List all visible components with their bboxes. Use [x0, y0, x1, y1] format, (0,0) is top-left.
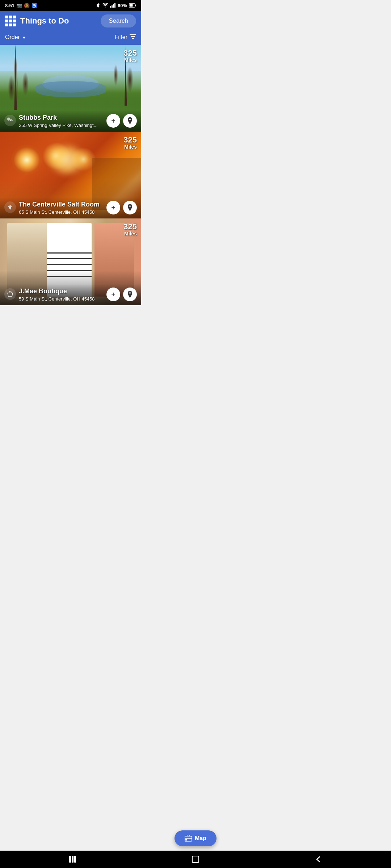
- add-button-1[interactable]: +: [106, 114, 120, 128]
- filter-button[interactable]: Filter: [114, 34, 136, 41]
- bluetooth-icon: [96, 3, 101, 8]
- card-footer-2: The Centerville Salt Room 65 S Main St, …: [0, 197, 141, 218]
- card-address-1: 255 W Spring Valley Pike, Washingt...: [19, 123, 104, 128]
- svg-point-11: [129, 292, 131, 294]
- card-name-1: Stubbs Park: [19, 114, 104, 122]
- card-address-2: 65 S Main St, Centerville, OH 45458: [19, 209, 104, 215]
- card-details-3: J.Mae Boutique 59 S Main St, Centerville…: [19, 288, 104, 302]
- order-label: Order: [5, 34, 20, 41]
- battery-icon: [129, 3, 136, 8]
- search-button[interactable]: Search: [101, 14, 136, 27]
- card-actions-2: +: [106, 201, 137, 214]
- status-right: 60%: [96, 3, 136, 8]
- notification-icon-2: 🔕: [24, 3, 30, 8]
- card-details-2: The Centerville Salt Room 65 S Main St, …: [19, 201, 104, 215]
- header-left: Things to Do: [5, 16, 69, 26]
- card-address-3: 59 S Main St, Centerville, OH 45458: [19, 296, 104, 302]
- filter-icon: [130, 34, 136, 40]
- chevron-down-icon: [22, 34, 26, 41]
- card-actions-1: +: [106, 114, 137, 128]
- wifi-icon: [102, 3, 108, 8]
- card-footer-3: J.Mae Boutique 59 S Main St, Centerville…: [0, 284, 141, 305]
- battery-level: 60%: [118, 3, 127, 8]
- location-button-3[interactable]: [123, 288, 137, 301]
- distance-badge-1: 325 Miles: [123, 49, 137, 63]
- status-time: 8:51: [5, 3, 14, 8]
- location-button-1[interactable]: [123, 114, 137, 128]
- order-button[interactable]: Order: [5, 34, 26, 41]
- toolbar: Order Filter: [0, 31, 141, 45]
- page-title: Things to Do: [20, 16, 69, 26]
- status-left: 8:51 📷 🔕 ♿: [5, 3, 37, 8]
- shop-category-icon: [4, 288, 16, 300]
- location-button-2[interactable]: [123, 201, 137, 214]
- card-boutique[interactable]: 325 Miles J.Mae Boutique 59 S Main St, C…: [0, 218, 141, 305]
- card-footer-1: Stubbs Park 255 W Spring Valley Pike, Wa…: [0, 110, 141, 132]
- card-details-1: Stubbs Park 255 W Spring Valley Pike, Wa…: [19, 114, 104, 128]
- spa-category-icon: [4, 201, 16, 213]
- add-button-3[interactable]: +: [106, 288, 120, 301]
- svg-rect-5: [135, 5, 136, 7]
- park-category-icon: [4, 115, 16, 126]
- header: Things to Do Search: [0, 11, 141, 31]
- add-button-2[interactable]: +: [106, 201, 120, 214]
- filter-label: Filter: [114, 34, 127, 41]
- status-bar: 8:51 📷 🔕 ♿: [0, 0, 141, 11]
- svg-rect-3: [114, 3, 115, 8]
- svg-rect-2: [113, 4, 114, 8]
- signal-icon: [110, 3, 116, 8]
- grid-menu-icon[interactable]: [5, 16, 16, 26]
- distance-badge-2: 325 Miles: [123, 136, 137, 150]
- svg-point-9: [129, 119, 131, 120]
- svg-rect-0: [110, 6, 111, 8]
- cards-container: 325 Miles Stubbs Park 255 W Spring Valle: [0, 45, 141, 305]
- card-salt-room[interactable]: 325 Miles The Centerville Salt Room 65 S: [0, 132, 141, 218]
- notification-icon-3: ♿: [31, 3, 37, 8]
- card-stubbs-park[interactable]: 325 Miles Stubbs Park 255 W Spring Valle: [0, 45, 141, 132]
- card-actions-3: +: [106, 288, 137, 301]
- svg-rect-6: [130, 4, 133, 7]
- card-name-3: J.Mae Boutique: [19, 288, 104, 295]
- distance-badge-3: 325 Miles: [123, 223, 137, 237]
- svg-rect-1: [112, 5, 113, 8]
- notification-icon: 📷: [16, 3, 22, 8]
- card-name-2: The Centerville Salt Room: [19, 201, 104, 209]
- svg-point-10: [129, 205, 131, 207]
